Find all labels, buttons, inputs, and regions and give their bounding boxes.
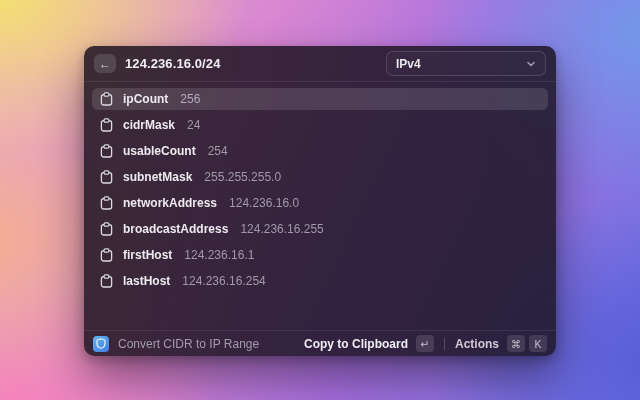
clipboard-icon xyxy=(100,170,113,184)
page-title: 124.236.16.0/24 xyxy=(125,56,220,71)
desktop-background: { "window": { "header": { "back_label": … xyxy=(0,0,640,400)
back-button[interactable]: ← xyxy=(94,54,116,73)
clipboard-icon xyxy=(100,196,113,210)
list-item-value: 124.236.16.1 xyxy=(184,248,254,262)
footer-divider xyxy=(444,338,445,350)
list-item-label: subnetMask xyxy=(123,170,192,184)
clipboard-icon xyxy=(100,144,113,158)
ip-version-dropdown[interactable]: IPv4 xyxy=(386,51,546,76)
list-item-value: 124.236.16.0 xyxy=(229,196,299,210)
list-item-label: usableCount xyxy=(123,144,196,158)
command-key-badge: ⌘ xyxy=(507,335,525,352)
command-name: Convert CIDR to IP Range xyxy=(118,337,259,351)
list-item-cidrmask[interactable]: cidrMask 24 xyxy=(92,114,548,136)
enter-key-badge: ↵ xyxy=(416,335,434,352)
dropdown-selected-value: IPv4 xyxy=(396,57,526,71)
list-item-value: 124.236.16.254 xyxy=(182,274,265,288)
chevron-down-icon xyxy=(526,59,536,69)
list-item-networkaddress[interactable]: networkAddress 124.236.16.0 xyxy=(92,192,548,214)
list-item-subnetmask[interactable]: subnetMask 255.255.255.0 xyxy=(92,166,548,188)
clipboard-icon xyxy=(100,248,113,262)
list-item-label: networkAddress xyxy=(123,196,217,210)
shield-network-icon xyxy=(93,336,109,352)
list-item-label: firstHost xyxy=(123,248,172,262)
list-item-value: 254 xyxy=(208,144,228,158)
actions-label: Actions xyxy=(455,337,499,351)
list-item-broadcastaddress[interactable]: broadcastAddress 124.236.16.255 xyxy=(92,218,548,240)
list-item-usablecount[interactable]: usableCount 254 xyxy=(92,140,548,162)
list-item-value: 124.236.16.255 xyxy=(240,222,323,236)
clipboard-icon xyxy=(100,274,113,288)
actions-button[interactable]: Actions ⌘ K xyxy=(455,335,547,352)
list-item-value: 255.255.255.0 xyxy=(204,170,281,184)
list-item-firsthost[interactable]: firstHost 124.236.16.1 xyxy=(92,244,548,266)
window-header: ← 124.236.16.0/24 IPv4 xyxy=(84,46,556,82)
list-item-label: ipCount xyxy=(123,92,168,106)
window-footer: Convert CIDR to IP Range Copy to Clipboa… xyxy=(84,330,556,356)
list-item-value: 256 xyxy=(180,92,200,106)
list-item-lasthost[interactable]: lastHost 124.236.16.254 xyxy=(92,270,548,292)
k-key-badge: K xyxy=(529,335,547,352)
raycast-window: ← 124.236.16.0/24 IPv4 ipCount 256 cidrM… xyxy=(84,46,556,356)
clipboard-icon xyxy=(100,222,113,236)
list-item-label: broadcastAddress xyxy=(123,222,228,236)
copy-to-clipboard-button[interactable]: Copy to Clipboard ↵ xyxy=(304,335,434,352)
list-item-label: cidrMask xyxy=(123,118,175,132)
list-item-ipcount[interactable]: ipCount 256 xyxy=(92,88,548,110)
primary-action-label: Copy to Clipboard xyxy=(304,337,408,351)
clipboard-icon xyxy=(100,92,113,106)
list-item-value: 24 xyxy=(187,118,200,132)
clipboard-icon xyxy=(100,118,113,132)
result-list: ipCount 256 cidrMask 24 usableCount 254 xyxy=(84,82,556,330)
list-item-label: lastHost xyxy=(123,274,170,288)
